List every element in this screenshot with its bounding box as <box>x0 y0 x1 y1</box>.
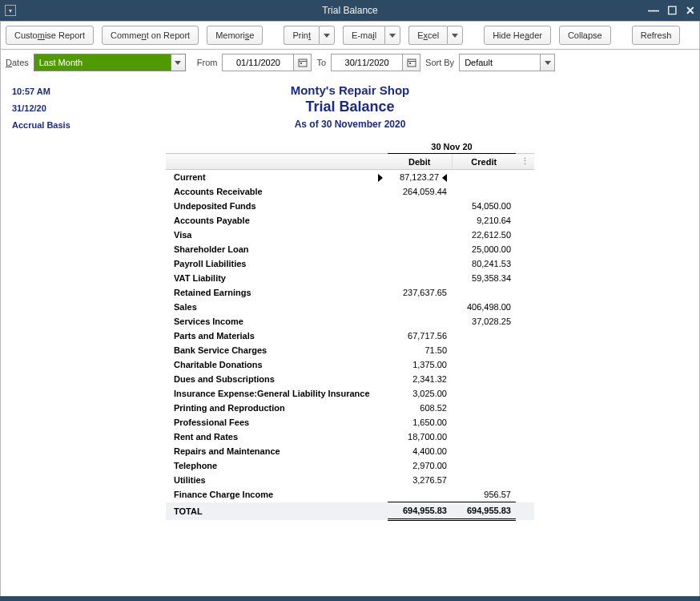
credit-cell <box>452 329 516 343</box>
sortby-select[interactable]: Default <box>459 54 555 71</box>
svg-rect-3 <box>408 59 416 67</box>
close-button[interactable]: ✕ <box>686 5 695 16</box>
debit-cell: 2,970.00 <box>388 458 452 473</box>
report-basis: Accrual Basis <box>12 117 70 134</box>
debit-cell: 71.50 <box>388 343 452 357</box>
table-row[interactable]: Rent and Rates18,700.00 <box>166 430 534 444</box>
report-window: ▾ Trial Balance — ☐ ✕ Customise Report C… <box>0 0 700 601</box>
credit-cell <box>452 430 516 444</box>
table-row[interactable]: Charitable Donations1,375.00 <box>166 357 534 372</box>
excel-button[interactable]: Excel <box>408 26 447 45</box>
trial-balance-table: 30 Nov 20 Debit Credit ⋮ Current87,123.2… <box>166 141 534 521</box>
print-dropdown[interactable] <box>319 26 335 45</box>
from-calendar-button[interactable] <box>294 54 312 71</box>
table-row[interactable]: Undeposited Funds54,050.00 <box>166 199 534 213</box>
credit-cell <box>452 372 516 386</box>
column-menu-icon[interactable]: ⋮ <box>516 154 534 170</box>
credit-cell <box>452 184 516 199</box>
sortby-value: Default <box>465 58 493 67</box>
credit-cell: 80,241.53 <box>452 256 516 271</box>
table-row[interactable]: Utilities3,276.57 <box>166 473 534 487</box>
account-label: Printing and Reproduction <box>166 401 388 415</box>
total-credit: 694,955.83 <box>452 502 516 520</box>
sortby-dropdown-icon <box>540 54 554 71</box>
expand-right-icon <box>378 174 383 182</box>
credit-cell: 37,028.25 <box>452 314 516 329</box>
credit-header: Credit <box>452 154 516 170</box>
from-date-value: 01/11/2020 <box>236 58 280 67</box>
collapse-left-icon <box>442 174 447 182</box>
total-row[interactable]: TOTAL 694,955.83 694,955.83 <box>166 502 534 520</box>
table-row[interactable]: Repairs and Maintenance4,400.00 <box>166 444 534 458</box>
svg-rect-0 <box>299 59 307 67</box>
table-row[interactable]: Shareholder Loan25,000.00 <box>166 242 534 256</box>
collapse-button[interactable]: Collapse <box>559 26 611 45</box>
account-label: Parts and Materials <box>166 329 388 343</box>
from-date-input[interactable]: 01/11/2020 <box>222 54 294 71</box>
credit-cell: 406,498.00 <box>452 300 516 314</box>
credit-cell <box>452 473 516 487</box>
credit-cell <box>452 170 516 185</box>
print-button[interactable]: Print <box>284 26 319 45</box>
company-name: Monty's Repair Shop <box>9 83 691 97</box>
to-date-input[interactable]: 30/11/2020 <box>331 54 403 71</box>
debit-cell: 18,700.00 <box>388 430 452 444</box>
column-headers[interactable]: Debit Credit ⋮ <box>166 154 534 170</box>
account-label: Accounts Payable <box>166 213 388 228</box>
svg-rect-2 <box>300 63 302 64</box>
sortby-label: Sort By <box>425 58 454 67</box>
account-label: Insurance Expense:General Liability Insu… <box>166 386 388 401</box>
table-row[interactable]: Services Income37,028.25 <box>166 314 534 329</box>
credit-cell <box>452 285 516 300</box>
email-dropdown[interactable] <box>384 26 400 45</box>
to-calendar-button[interactable] <box>403 54 420 71</box>
table-row[interactable]: Bank Service Charges71.50 <box>166 343 534 357</box>
date-range-value: Last Month <box>39 58 82 67</box>
to-label: To <box>316 58 326 67</box>
chevron-down-icon <box>389 34 396 38</box>
debit-cell <box>388 213 452 228</box>
table-row[interactable]: Current87,123.27 <box>166 170 534 185</box>
table-row[interactable]: Visa22,612.50 <box>166 228 534 242</box>
date-range-select[interactable]: Last Month <box>34 54 186 71</box>
hide-header-button[interactable]: Hide Header <box>484 26 551 45</box>
account-label: Sales <box>166 300 388 314</box>
print-split-button: Print <box>284 26 335 45</box>
memorise-button[interactable]: Memorise <box>207 26 263 45</box>
table-row[interactable]: Parts and Materials67,717.56 <box>166 329 534 343</box>
comment-on-report-button[interactable]: Comment on Report <box>102 26 199 45</box>
account-label: Rent and Rates <box>166 430 388 444</box>
table-row[interactable]: Finance Charge Income956.57 <box>166 487 534 502</box>
table-row[interactable]: Accounts Receivable264,059.44 <box>166 184 534 199</box>
chevron-down-icon <box>175 61 181 65</box>
calendar-icon <box>298 58 308 67</box>
chevron-down-icon <box>324 34 330 38</box>
debit-cell: 1,650.00 <box>388 415 452 430</box>
report-time: 10:57 AM <box>12 83 70 100</box>
table-row[interactable]: Dues and Subscriptions2,341.32 <box>166 372 534 386</box>
table-row[interactable]: Printing and Reproduction608.52 <box>166 401 534 415</box>
credit-cell: 59,358.34 <box>452 271 516 285</box>
table-row[interactable]: VAT Liability59,358.34 <box>166 271 534 285</box>
email-split-button: E-mail <box>343 26 400 45</box>
table-row[interactable]: Telephone2,970.00 <box>166 458 534 473</box>
table-row[interactable]: Professional Fees1,650.00 <box>166 415 534 430</box>
customise-report-button[interactable]: Customise Report <box>6 26 94 45</box>
report-meta: 10:57 AM 31/12/20 Accrual Basis <box>12 83 70 134</box>
table-row[interactable]: Accounts Payable9,210.64 <box>166 213 534 228</box>
account-label: Payroll Liabilities <box>166 256 388 271</box>
excel-dropdown[interactable] <box>447 26 463 45</box>
minimize-button[interactable]: — <box>648 5 659 16</box>
maximize-button[interactable]: ☐ <box>667 5 678 16</box>
date-range-dropdown-icon <box>171 54 185 71</box>
refresh-button[interactable]: Refresh <box>632 26 681 45</box>
table-row[interactable]: Retained Earnings237,637.65 <box>166 285 534 300</box>
email-button[interactable]: E-mail <box>343 26 384 45</box>
table-row[interactable]: Payroll Liabilities80,241.53 <box>166 256 534 271</box>
credit-cell: 25,000.00 <box>452 242 516 256</box>
credit-cell: 9,210.64 <box>452 213 516 228</box>
credit-cell: 22,612.50 <box>452 228 516 242</box>
table-row[interactable]: Insurance Expense:General Liability Insu… <box>166 386 534 401</box>
table-row[interactable]: Sales406,498.00 <box>166 300 534 314</box>
debit-cell: 2,341.32 <box>388 372 452 386</box>
